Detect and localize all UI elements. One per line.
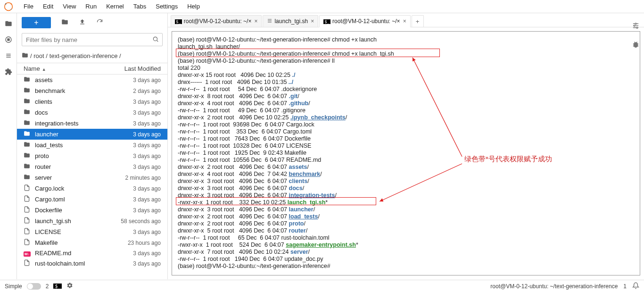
menubar: FileEditViewRunKernelTabsSettingsHelp bbox=[0, 0, 644, 13]
menu-tabs[interactable]: Tabs bbox=[129, 1, 151, 12]
col-modified[interactable]: Last Modified bbox=[124, 65, 161, 72]
file-name: docs bbox=[35, 109, 133, 116]
terminal-line: drwxr-xr-x 2 root root 4096 Dec 6 04:07 … bbox=[178, 164, 634, 171]
terminal-line: -rw-r--r-- 1 root root 93698 Dec 6 04:07… bbox=[178, 121, 634, 128]
file-modified: 3 days ago bbox=[133, 120, 161, 127]
file-row-README-md[interactable]: M↓README.md3 days ago bbox=[17, 248, 167, 258]
svg-rect-5 bbox=[8, 39, 9, 41]
tab-label: launch_tgi.sh bbox=[274, 18, 308, 25]
file-row-Cargo-toml[interactable]: Cargo.toml3 days ago bbox=[17, 194, 167, 205]
breadcrumb[interactable]: / root / text-generation-inference / bbox=[17, 49, 167, 63]
terminal-line: drwxr-xr-x 3 root root 4096 Dec 6 04:07 … bbox=[178, 206, 634, 213]
col-name[interactable]: Name▲ bbox=[24, 65, 46, 72]
menu-help[interactable]: Help bbox=[182, 1, 205, 12]
file-row-router[interactable]: router3 days ago bbox=[17, 161, 167, 172]
file-modified: 23 hours ago bbox=[128, 240, 161, 246]
folder-icon bbox=[24, 87, 32, 95]
mode-label: Simple bbox=[5, 283, 22, 290]
menu-edit[interactable]: Edit bbox=[38, 1, 58, 12]
file-list[interactable]: assets3 days agobenchmark2 days agoclien… bbox=[17, 75, 167, 276]
file-name: Cargo.lock bbox=[35, 185, 133, 192]
menu-view[interactable]: View bbox=[58, 1, 81, 12]
terminal[interactable]: (base) root@VM-0-12-ubuntu:~/text-genera… bbox=[172, 31, 640, 275]
terminal-line: drwxr-xr-x 2 root root 4096 Dec 6 04:07 … bbox=[178, 213, 634, 220]
terminal-line: -rwxr-xr-x 1 root root 332 Dec 10 02:25 … bbox=[178, 199, 634, 206]
file-browser: + / root / text-generation-inference / N… bbox=[17, 13, 168, 279]
terminal-line: drwx------ 1 root root 4096 Dec 10 01:35… bbox=[178, 79, 634, 86]
file-row-Dockerfile[interactable]: Dockerfile3 days ago bbox=[17, 205, 167, 216]
file-row-benchmark[interactable]: benchmark2 days ago bbox=[17, 85, 167, 96]
file-name: server bbox=[35, 174, 125, 181]
toc-icon[interactable] bbox=[4, 51, 13, 60]
breadcrumb-path[interactable]: text-generation-inference / bbox=[50, 52, 121, 59]
file-row-docs[interactable]: docs3 days ago bbox=[17, 107, 167, 118]
activity-bar bbox=[0, 13, 17, 279]
terminal-line: launch_tgi.sh launcher/ bbox=[178, 43, 634, 50]
terminal-status-icon[interactable]: $_ bbox=[53, 284, 62, 289]
file-browser-toolbar: + bbox=[17, 13, 167, 30]
file-modified: 3 days ago bbox=[133, 109, 161, 116]
file-row-integration-tests[interactable]: integration-tests3 days ago bbox=[17, 118, 167, 129]
folder-icon bbox=[24, 163, 32, 171]
file-modified: 3 days ago bbox=[133, 196, 161, 203]
tab[interactable]: $_root@VM-0-12-ubuntu: ~/×× bbox=[319, 15, 410, 27]
file-row-Cargo-lock[interactable]: Cargo.lock3 days ago bbox=[17, 183, 167, 194]
terminal-line: drwxr-xr-x 2 root root 4096 Dec 10 02:25… bbox=[178, 114, 634, 121]
jupyter-logo bbox=[4, 2, 13, 11]
file-row-assets[interactable]: assets3 days ago bbox=[17, 75, 167, 85]
status-gear-icon[interactable] bbox=[66, 282, 73, 290]
extension-icon[interactable] bbox=[4, 67, 13, 76]
file-row-clients[interactable]: clients3 days ago bbox=[17, 96, 167, 107]
file-name: assets bbox=[35, 76, 133, 83]
file-name: launcher bbox=[35, 131, 133, 138]
file-row-rust-toolchain-toml[interactable]: rust-toolchain.toml3 days ago bbox=[17, 258, 167, 269]
menu-file[interactable]: File bbox=[19, 1, 38, 12]
file-row-LICENSE[interactable]: LICENSE3 days ago bbox=[17, 226, 167, 237]
running-icon[interactable] bbox=[4, 35, 13, 44]
menu-run[interactable]: Run bbox=[81, 1, 101, 12]
file-row-proto[interactable]: proto3 days ago bbox=[17, 150, 167, 161]
statusbar: Simple 2 $_ root@VM-0-12-ubuntu: ~/text-… bbox=[0, 280, 644, 292]
debug-icon[interactable] bbox=[632, 41, 640, 50]
folder-icon bbox=[24, 130, 32, 138]
new-folder-icon[interactable] bbox=[61, 18, 68, 27]
file-row-Makefile[interactable]: Makefile23 hours ago bbox=[17, 237, 167, 248]
refresh-icon[interactable] bbox=[96, 18, 103, 27]
file-name: router bbox=[35, 163, 133, 170]
new-launcher-button[interactable]: + bbox=[22, 17, 51, 28]
folder-icon bbox=[24, 174, 32, 182]
file-row-launch_tgi-sh[interactable]: launch_tgi.sh58 seconds ago bbox=[17, 216, 167, 226]
file-row-launcher[interactable]: launcher3 days ago bbox=[17, 129, 167, 140]
tab[interactable]: $_root@VM-0-12-ubuntu: ~/×× bbox=[171, 15, 262, 27]
file-icon bbox=[24, 259, 32, 267]
file-icon bbox=[24, 206, 32, 214]
file-modified: 58 seconds ago bbox=[121, 218, 161, 225]
file-row-server[interactable]: server2 minutes ago bbox=[17, 172, 167, 183]
add-tab-button[interactable]: + bbox=[412, 15, 424, 27]
close-icon[interactable]: × bbox=[254, 18, 257, 25]
terminal-line: (base) root@VM-0-12-ubuntu:~/text-genera… bbox=[178, 50, 634, 58]
folder-icon[interactable] bbox=[4, 19, 13, 28]
file-name: integration-tests bbox=[35, 120, 133, 127]
menu-kernel[interactable]: Kernel bbox=[101, 1, 129, 12]
breadcrumb-root[interactable]: / root / bbox=[30, 52, 48, 59]
close-icon[interactable]: × bbox=[311, 18, 314, 25]
filter-input[interactable] bbox=[22, 33, 163, 46]
terminal-line: drwxr-xr-x 2 root root 4096 Dec 6 04:07 … bbox=[178, 220, 634, 227]
property-gear-icon[interactable] bbox=[632, 22, 640, 31]
bell-icon[interactable] bbox=[632, 282, 639, 291]
tab[interactable]: launch_tgi.sh× bbox=[263, 15, 318, 27]
upload-icon[interactable] bbox=[79, 18, 86, 27]
menu-settings[interactable]: Settings bbox=[151, 1, 182, 12]
status-count: 2 bbox=[46, 283, 49, 290]
file-name: Dockerfile bbox=[35, 207, 133, 214]
svg-point-1 bbox=[5, 3, 6, 4]
file-name: clients bbox=[35, 98, 133, 105]
terminal-line: drwxr-xr-x 5 root root 4096 Dec 6 04:07 … bbox=[178, 227, 634, 234]
menu-items: FileEditViewRunKernelTabsSettingsHelp bbox=[19, 1, 205, 12]
close-icon[interactable]: × bbox=[403, 18, 406, 25]
simple-toggle[interactable] bbox=[27, 283, 41, 290]
annotation-text: 绿色带*号代表权限赋予成功 bbox=[464, 155, 552, 162]
file-row-load_tests[interactable]: load_tests3 days ago bbox=[17, 140, 167, 150]
sort-icon: ▲ bbox=[42, 67, 46, 72]
